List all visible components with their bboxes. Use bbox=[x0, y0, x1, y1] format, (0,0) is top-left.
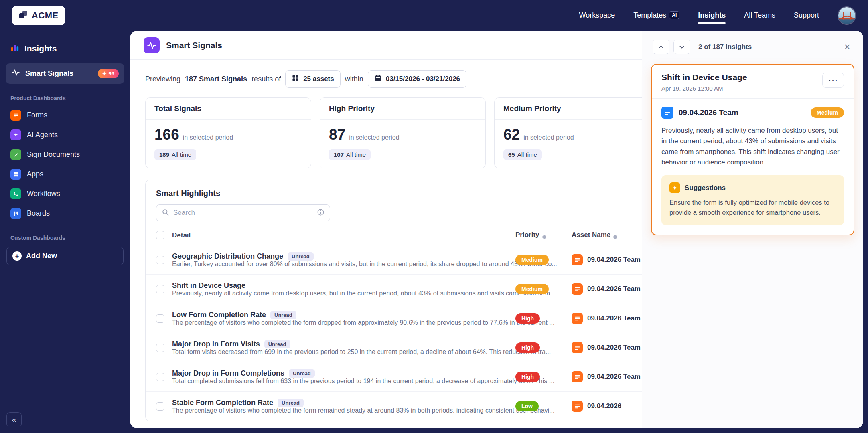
acme-logo-text: ACME bbox=[32, 10, 59, 21]
priority-badge: Medium bbox=[811, 107, 844, 118]
asset-link[interactable]: 09.04.2026 Team bbox=[572, 371, 642, 382]
sort-icon bbox=[542, 235, 546, 239]
table-row[interactable]: Shift in Device Usage Previously, nearly… bbox=[146, 275, 642, 304]
stat-card-total-signals: Total Signals 166in selected period 189A… bbox=[145, 97, 311, 168]
insight-detail-card: Shift in Device Usage Apr 19, 2026 12:00… bbox=[651, 64, 854, 235]
top-bar: ACME Workspace TemplatesAI Insights All … bbox=[0, 0, 868, 31]
alltime-badge: 189All time bbox=[154, 149, 196, 160]
insight-detail-panel: 2 of 187 insights × Shift in Device Usag… bbox=[642, 31, 863, 428]
asset-link[interactable]: 09.04.2026 bbox=[572, 401, 642, 412]
detail-card-header: Shift in Device Usage Apr 19, 2026 12:00… bbox=[652, 65, 854, 99]
section-product-dashboards: Product Dashboards bbox=[10, 95, 120, 101]
panel-header: 2 of 187 insights × bbox=[642, 31, 863, 60]
next-insight-button[interactable] bbox=[673, 40, 690, 54]
sidebar-item-sign-documents[interactable]: Sign Documents bbox=[6, 145, 124, 164]
asset-name[interactable]: 09.04.2026 Team bbox=[679, 108, 738, 117]
stat-value: 166 bbox=[154, 126, 179, 143]
smart-highlights-title: Smart Highlights bbox=[146, 180, 642, 204]
table-header: Detail Priority Asset Name bbox=[146, 225, 642, 245]
collapse-icon: « bbox=[12, 415, 16, 424]
table-row[interactable]: Major Drop in Form VisitsUnread Total fo… bbox=[146, 333, 642, 362]
alltime-badge: 65All time bbox=[503, 149, 542, 160]
sign-documents-icon bbox=[10, 149, 21, 160]
table-row[interactable]: Stable Form Completion RateUnread The pe… bbox=[146, 392, 642, 421]
forms-icon bbox=[10, 110, 21, 121]
search-box[interactable] bbox=[156, 204, 330, 221]
unread-badge: Unread bbox=[264, 340, 290, 348]
boards-icon bbox=[10, 208, 21, 219]
signal-count: 187 Smart Signals bbox=[185, 75, 247, 83]
acme-logo[interactable]: ACME bbox=[12, 6, 65, 25]
form-icon bbox=[572, 313, 583, 324]
row-title: Shift in Device Usage bbox=[172, 281, 245, 290]
row-checkbox[interactable] bbox=[156, 402, 164, 411]
nav-insights[interactable]: Insights bbox=[698, 7, 726, 24]
search-input[interactable] bbox=[173, 209, 313, 217]
nav-support[interactable]: Support bbox=[794, 7, 819, 24]
sidebar-item-apps[interactable]: Apps bbox=[6, 164, 124, 184]
form-icon bbox=[572, 342, 583, 353]
row-description: Total form visits decreased from 699 in … bbox=[172, 348, 551, 355]
close-icon[interactable]: × bbox=[842, 41, 853, 53]
section-custom-dashboards: Custom Dashboards bbox=[10, 235, 120, 241]
asset-link[interactable]: 09.04.2026 Team bbox=[572, 254, 642, 265]
form-icon bbox=[572, 254, 583, 265]
smart-highlights-card: Smart Highlights Detail Priority Asset N… bbox=[145, 180, 642, 421]
sidebar-item-forms[interactable]: Forms bbox=[6, 105, 124, 125]
unread-badge: Unread bbox=[289, 369, 315, 378]
unread-badge: Unread bbox=[270, 311, 296, 319]
row-title: Low Form Completion Rate bbox=[172, 311, 266, 319]
ai-badge: AI bbox=[669, 11, 679, 19]
top-nav: Workspace TemplatesAI Insights All Teams… bbox=[579, 6, 856, 25]
assets-filter-button[interactable]: 25 assets bbox=[285, 70, 341, 88]
nav-templates[interactable]: TemplatesAI bbox=[633, 7, 679, 24]
calendar-icon bbox=[374, 74, 382, 84]
asset-link[interactable]: 09.04.2026 Team bbox=[572, 283, 642, 295]
select-all-checkbox[interactable] bbox=[156, 231, 164, 239]
nav-all-teams[interactable]: All Teams bbox=[744, 7, 775, 24]
unread-badge: Unread bbox=[288, 252, 314, 261]
suggestions-icon: ✦ bbox=[669, 182, 680, 193]
acme-logo-icon bbox=[18, 10, 28, 21]
page-title: Smart Signals bbox=[166, 40, 222, 50]
row-checkbox[interactable] bbox=[156, 314, 164, 323]
smart-signals-icon bbox=[11, 68, 20, 79]
header-asset-name[interactable]: Asset Name bbox=[572, 231, 642, 239]
asset-link[interactable]: 09.04.2026 Team bbox=[572, 342, 642, 353]
row-checkbox[interactable] bbox=[156, 256, 164, 264]
insight-pager-text: 2 of 187 insights bbox=[698, 43, 752, 51]
row-checkbox[interactable] bbox=[156, 373, 164, 381]
sidebar-item-ai-agents[interactable]: AI Agents bbox=[6, 125, 124, 145]
asset-icon bbox=[661, 107, 673, 119]
row-checkbox[interactable] bbox=[156, 285, 164, 293]
row-checkbox[interactable] bbox=[156, 344, 164, 352]
priority-badge: High bbox=[515, 313, 540, 324]
user-avatar[interactable] bbox=[838, 6, 856, 25]
table-row[interactable]: Major Drop in Form CompletionsUnread Tot… bbox=[146, 362, 642, 392]
table-row[interactable]: Low Form Completion RateUnread The perce… bbox=[146, 304, 642, 333]
ai-agents-icon bbox=[10, 129, 21, 140]
asset-link[interactable]: 09.04.2026 Team bbox=[572, 313, 642, 324]
priority-badge: Low bbox=[515, 401, 539, 411]
main-content: Smart Signals Previewing 187 Smart Signa… bbox=[130, 31, 642, 428]
stat-card-high-priority: High Priority 87in selected period 107Al… bbox=[320, 97, 486, 168]
nav-workspace[interactable]: Workspace bbox=[579, 7, 615, 24]
sidebar-item-smart-signals[interactable]: Smart Signals ✦ 99 bbox=[6, 63, 124, 84]
sidebar-item-boards[interactable]: Boards bbox=[6, 204, 124, 223]
info-icon[interactable] bbox=[317, 208, 324, 218]
workflows-icon bbox=[10, 188, 21, 199]
header-priority[interactable]: Priority bbox=[515, 231, 572, 239]
prev-insight-button[interactable] bbox=[653, 40, 669, 54]
stat-cards: Total Signals 166in selected period 189A… bbox=[130, 88, 642, 168]
add-new-button[interactable]: + Add New bbox=[6, 247, 124, 265]
sidebar-item-workflows[interactable]: Workflows bbox=[6, 184, 124, 204]
sparkle-icon: ✦ bbox=[102, 71, 107, 77]
sidebar-collapse-button[interactable]: « bbox=[6, 412, 22, 427]
more-options-button[interactable]: ⋯ bbox=[822, 73, 844, 88]
table-row[interactable]: Geographic Distribution ChangeUnread Ear… bbox=[146, 245, 642, 275]
suggestions-title: Suggestions bbox=[685, 184, 726, 192]
date-range-button[interactable]: 03/15/2026 - 03/21/2026 bbox=[368, 70, 466, 88]
row-description: Earlier, Turkey accounted for over 80% o… bbox=[172, 261, 557, 267]
insight-title: Shift in Device Usage bbox=[661, 73, 747, 82]
priority-badge: Medium bbox=[515, 284, 549, 294]
